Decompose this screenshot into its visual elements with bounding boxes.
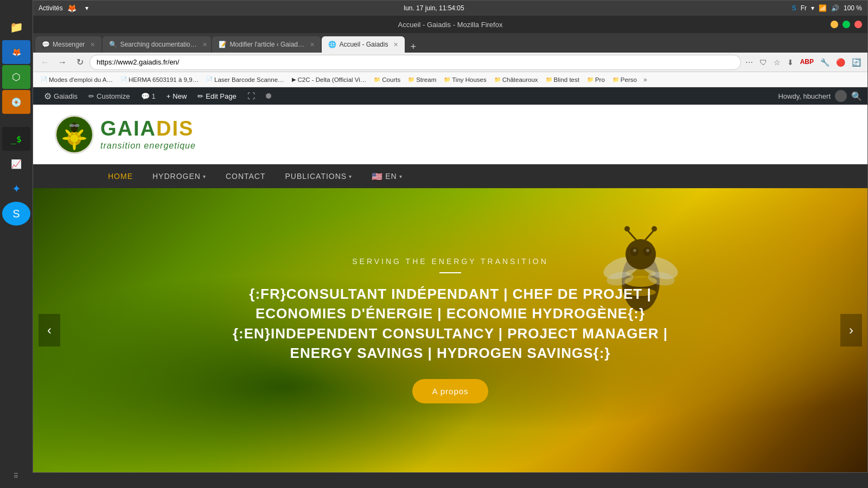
kodi-icon[interactable]: ✦ (2, 177, 30, 201)
extension2-icon[interactable]: 🔴 (834, 56, 847, 69)
maximize-button[interactable] (843, 21, 850, 28)
activities-label[interactable]: Activités (39, 4, 63, 12)
wp-customize-icon: ✏ (88, 92, 94, 100)
lang-dropdown-icon[interactable]: ▾ (811, 4, 814, 12)
wifi-icon: 📶 (819, 4, 827, 12)
tab-accueil-label: Accueil - Gaiadis (339, 41, 388, 48)
language-label[interactable]: Fr (801, 4, 807, 12)
browser-toolbar: ← → ↻ ⋯ 🛡 ☆ ⬇ ABP 🔧 🔴 🔄 (33, 53, 867, 72)
wp-admin-new[interactable]: + New (161, 87, 193, 105)
bookmark-stream-label: Stream (416, 76, 436, 83)
tab-modifier-close[interactable]: ✕ (310, 41, 315, 48)
tab-accueil[interactable]: 🌐 Accueil - Gaiadis ✕ (322, 36, 405, 53)
wp-admin-status2[interactable] (260, 87, 277, 105)
nav-hydrogen-label: HYDROGEN (152, 172, 201, 181)
messenger-favicon: 💬 (42, 41, 49, 48)
bookmark-laser-icon: 📄 (206, 76, 213, 82)
bookmarks-more-button[interactable]: » (641, 76, 649, 84)
bookmark-tiny-houses-label: Tiny Houses (452, 76, 487, 83)
extension1-icon[interactable]: 🔧 (818, 56, 832, 69)
hero-content: SERVING THE ENERGY TRANSITION {:FR}CONSU… (206, 246, 694, 415)
bookmark-stream[interactable]: 📁 Stream (405, 75, 439, 84)
bookmark-pro-label: Pro (595, 76, 605, 83)
reload-button[interactable]: ↻ (72, 55, 87, 70)
tab-messenger-close[interactable]: ✕ (90, 41, 95, 48)
bookmark-courts-label: Courts (382, 76, 400, 83)
tab-searching-close[interactable]: ✕ (202, 41, 207, 48)
terminal-icon[interactable]: _$ (2, 127, 30, 151)
nav-publications-label: PUBLICATIONS (285, 172, 347, 181)
logo-gaia: GAIA (100, 117, 156, 140)
os-sidebar: 📁 🦊 ⬡ 💿 _$ 📈 ✦ S ⠿ (0, 0, 33, 488)
extensions-icon[interactable]: ⋯ (743, 56, 755, 69)
wp-admin-edit-page[interactable]: ✏ Edit Page (192, 87, 241, 105)
browser-dropdown-icon[interactable]: ▾ (85, 4, 88, 12)
monitor-icon[interactable]: 📈 (2, 152, 30, 176)
hero-cta-button[interactable]: A propos (412, 379, 488, 403)
tab-modifier[interactable]: 📝 Modifier l'article ‹ Gaiad… ✕ (212, 36, 321, 53)
nav-item-contact[interactable]: CONTACT (216, 164, 276, 188)
new-tab-button[interactable]: + (406, 41, 420, 53)
bookmark-courts[interactable]: 📁 Courts (371, 75, 404, 84)
forward-button[interactable]: → (55, 55, 70, 70)
search-icon[interactable]: 🔍 (851, 91, 862, 101)
minimize-button[interactable] (831, 21, 838, 28)
bookmark-c2c[interactable]: ▶ C2C - Delta (Official Vi… (289, 75, 370, 84)
bookmark-chateauroux[interactable]: 📁 Châteauroux (491, 75, 541, 84)
bookmarks-bar: 📄 Modes d'emploi du A… 📄 HERMA 6503191 à… (33, 72, 867, 87)
datetime-label: lun. 17 juin, 11:54:05 (404, 4, 464, 12)
disk-icon[interactable]: 💿 (2, 90, 30, 114)
svg-point-2 (71, 134, 79, 143)
tab-messenger[interactable]: 💬 Messenger ✕ (35, 36, 101, 53)
tab-accueil-close[interactable]: ✕ (393, 41, 398, 48)
download-icon[interactable]: ⬇ (785, 56, 796, 69)
nav-hydrogen-arrow: ▾ (203, 174, 206, 179)
nav-item-home[interactable]: HOME (98, 164, 143, 188)
wp-admin-bar-left: ⚙ Gaiadis ✏ Customize 💬 1 + New ✏ Edi (39, 87, 277, 105)
address-bar[interactable] (90, 55, 741, 70)
svg-point-29 (652, 226, 657, 232)
wp-admin-comments[interactable]: 💬 1 (136, 87, 161, 105)
bookmark-blind-test[interactable]: 📁 Blind test (542, 75, 583, 84)
site-logo[interactable]: GAIADIS transition energetique (55, 115, 196, 154)
shield-icon[interactable]: 🛡 (757, 56, 769, 69)
wp-admin-gaiadis-label: Gaiadis (54, 92, 78, 100)
hero-next-button[interactable]: › (840, 314, 862, 346)
site-nav: HOME HYDROGEN ▾ CONTACT PUBLICATIONS ▾ 🇺… (33, 164, 867, 188)
wp-admin-gaiadis[interactable]: ⚙ Gaiadis (39, 87, 83, 105)
star-icon[interactable]: ☆ (771, 56, 783, 69)
wp-admin-customize[interactable]: ✏ Customize (83, 87, 135, 105)
wp-admin-bar: ⚙ Gaiadis ✏ Customize 💬 1 + New ✏ Edi (33, 87, 867, 105)
nav-item-hydrogen[interactable]: HYDROGEN ▾ (143, 164, 216, 188)
bookmark-tiny-houses[interactable]: 📁 Tiny Houses (441, 75, 490, 84)
nav-item-language[interactable]: 🇺🇸 EN ▾ (362, 164, 412, 188)
back-button[interactable]: ← (37, 55, 53, 70)
svg-point-28 (624, 226, 630, 232)
svg-point-5 (62, 137, 71, 140)
skype-icon[interactable]: S (2, 202, 30, 226)
browser-icon[interactable]: 🦊 (2, 40, 30, 64)
tab-modifier-label: Modifier l'article ‹ Gaiad… (229, 41, 304, 48)
main-content: ⚙ Gaiadis ✏ Customize 💬 1 + New ✏ Edi (33, 87, 867, 472)
bookmark-modes[interactable]: 📄 Modes d'emploi du A… (37, 75, 116, 84)
bookmark-pro[interactable]: 📁 Pro (584, 75, 608, 84)
nav-item-publications[interactable]: PUBLICATIONS ▾ (276, 164, 362, 188)
wp-admin-edit-page-label: Edit Page (206, 92, 236, 100)
wp-admin-status1[interactable]: ⛶ (242, 87, 260, 105)
hex-icon[interactable]: ⬡ (2, 65, 30, 89)
bookmark-c2c-label: C2C - Delta (Official Vi… (298, 76, 367, 83)
adblock-icon[interactable]: ABP (798, 56, 816, 69)
bookmark-herma[interactable]: 📄 HERMA 6503191 à 9,9… (117, 75, 202, 84)
volume-icon: 🔊 (831, 4, 839, 12)
files-icon[interactable]: 📁 (2, 15, 30, 39)
bookmark-laser[interactable]: 📄 Laser Barcode Scanne… (203, 75, 288, 84)
nav-publications-arrow: ▾ (349, 174, 352, 179)
extension3-icon[interactable]: 🔄 (850, 56, 863, 69)
hero-prev-button[interactable]: ‹ (39, 314, 60, 346)
close-button[interactable] (854, 21, 862, 28)
app-grid-icon[interactable]: ⠿ (2, 464, 30, 488)
nav-language-label: EN (385, 172, 397, 181)
bookmark-perso[interactable]: 📁 Perso (609, 75, 640, 84)
user-avatar[interactable] (835, 90, 847, 102)
tab-searching[interactable]: 🔍 Searching documentatio… ✕ (103, 36, 211, 53)
